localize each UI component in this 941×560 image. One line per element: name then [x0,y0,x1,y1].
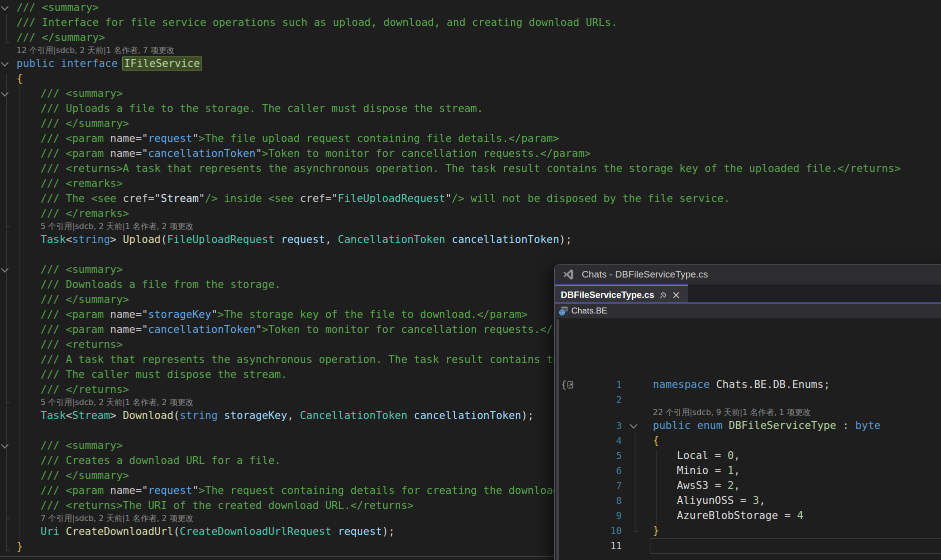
code-line: /// The <see cref="Stream"/> inside <see… [41,191,730,206]
line-number: 5 [584,448,622,463]
project-icon [559,306,568,316]
fold-guide-tick [635,531,638,532]
code-line: /// <param name="request">The request co… [41,483,641,498]
file-header-icon: { [561,379,574,390]
fold-guide-tick [6,402,10,403]
close-icon[interactable]: × [672,290,681,300]
codelens-info[interactable]: 5 个引用|sdcb, 2 天前|1 名作者, 2 项更改 [41,397,194,408]
fold-guide [6,74,7,550]
editor-left-margin [556,319,559,560]
fold-guide-tick [6,550,10,551]
code-line: /// Interface for file service operation… [17,15,617,30]
line-number: 3 [584,418,622,433]
code-line: /// <summary> [41,438,123,453]
tab-dbfileservicetype[interactable]: DBFileServiceType.cs × [555,284,688,304]
breadcrumb[interactable]: Chats.BE [555,304,941,319]
line-number: 7 [584,478,622,493]
tab-strip: DBFileServiceType.cs × [555,284,941,304]
fold-chevron-icon[interactable] [1,265,9,273]
indent-guide [20,86,20,543]
line-number: 11 [584,538,622,553]
fold-guide [6,14,7,42]
code-line: /// <param name="request">The file uploa… [41,131,559,146]
code-line: /// Uploads a file to the storage. The c… [41,101,483,116]
visual-studio-icon [563,268,575,280]
fold-guide-tick [6,42,10,42]
code-line: /// <returns>The URI of the created down… [41,498,414,513]
indent-guide [656,450,657,525]
line-number: 10 [584,523,622,538]
editor-bottom-divider [0,556,554,557]
code-line: } [653,523,659,538]
codelens-info[interactable]: 22 个引用|sdcb, 9 天前|1 名作者, 1 项更改 [653,407,811,418]
codelens-info[interactable]: 12 个引用|sdcb, 2 天前|1 名作者, 7 项更改 [17,45,175,56]
code-line: /// </summary> [41,468,129,483]
code-line: /// Downloads a file from the storage. [41,277,281,292]
code-line: Minio = 1, [677,463,740,478]
code-line: /// <param name="storageKey">The storage… [41,307,528,322]
fold-chevron-icon[interactable] [630,421,638,429]
code-line: /// </summary> [17,30,105,45]
code-line: /// <returns> [41,337,123,352]
line-number: 2 [584,392,622,407]
line-number: 4 [584,433,622,448]
code-line: /// </returns> [41,382,129,397]
enum-code-editor[interactable]: { namespace Chats.BE.DB.Enums;1222 个引用|s… [555,319,941,560]
code-line: /// <remarks> [41,176,123,191]
code-line: /// Creates a download URL for a file. [41,453,281,468]
code-line: Uri CreateDownloadUrl(CreateDownloadUrlR… [41,524,395,539]
code-line: /// <summary> [41,262,123,277]
code-line: /// <returns>A task that represents the … [41,161,900,176]
codelens-info[interactable]: 5 个引用|sdcb, 2 天前|1 名作者, 2 项更改 [41,221,194,232]
code-line: Local = 0, [677,448,740,463]
tab-label: DBFileServiceType.cs [561,290,654,300]
fold-guide [635,432,635,531]
code-line: } [17,539,23,554]
fold-chevron-icon[interactable] [1,89,9,97]
code-line: { [17,71,23,86]
line-number: 1 [584,377,622,392]
line-number: 8 [584,493,622,508]
code-line: AliyunOSS = 3, [677,493,765,508]
code-line: /// </remarks> [41,206,129,221]
code-line: public enum DBFileServiceType : byte [653,418,880,433]
code-line: /// The caller must dispose the stream. [41,367,287,382]
fold-guide-tick [6,518,10,519]
code-line: AzureBlobStorage = 4 [677,508,803,523]
window-title: Chats - DBFileServiceType.cs [582,269,708,280]
window-titlebar[interactable]: Chats - DBFileServiceType.cs [555,264,941,284]
code-line: /// <summary> [17,0,99,15]
codelens-info[interactable]: 7 个引用|sdcb, 2 天前|1 名作者, 2 项更改 [41,513,194,524]
code-line: Task<Stream> Download(string storageKey,… [41,408,534,423]
fold-guide-tick [6,226,10,227]
line-number: 9 [584,508,622,523]
code-line: /// </summary> [41,116,129,131]
code-line: /// <param name="cancellationToken">Toke… [41,322,591,337]
code-line: /// A task that represents the asynchron… [41,352,616,367]
code-line: public interface IFileService [17,56,200,71]
code-line: { [653,433,659,448]
fold-chevron-icon[interactable] [1,59,9,67]
floating-editor-window: Chats - DBFileServiceType.cs DBFileServi… [554,264,941,560]
vs-ide-screen: /// <summary>/// Interface for file serv… [0,0,941,560]
pin-icon[interactable] [659,292,667,299]
code-line: namespace Chats.BE.DB.Enums; [653,377,830,392]
fold-chevron-icon[interactable] [1,3,9,11]
code-line: AwsS3 = 2, [677,478,740,493]
breadcrumb-label: Chats.BE [571,306,607,316]
fold-chevron-icon[interactable] [1,441,9,449]
current-line-highlight [650,538,941,554]
code-line: /// <summary> [41,86,123,101]
code-line: /// <param name="cancellationToken">Toke… [41,146,591,161]
code-line: Task<string> Upload(FileUploadRequest re… [41,232,572,247]
line-number: 6 [584,463,622,478]
code-line: /// </summary> [41,292,129,307]
